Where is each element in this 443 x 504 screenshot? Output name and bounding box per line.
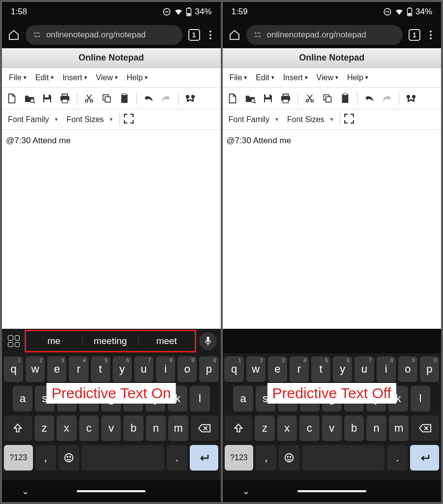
suggestion-3[interactable]: meet: [139, 336, 195, 346]
key-t[interactable]: t5: [91, 356, 110, 382]
mic-icon[interactable]: [199, 332, 217, 350]
key-b[interactable]: b: [123, 415, 143, 441]
key-a[interactable]: a: [233, 386, 253, 411]
url-bar[interactable]: onlinenotepad.org/notepad: [26, 25, 182, 45]
emoji-key[interactable]: [279, 445, 299, 471]
key-q[interactable]: q1: [224, 356, 243, 382]
key-p[interactable]: p0: [420, 356, 439, 382]
nav-handle[interactable]: [297, 490, 366, 492]
undo-icon[interactable]: [143, 93, 154, 104]
copy-icon[interactable]: [322, 93, 333, 104]
key-c[interactable]: c: [299, 415, 319, 441]
save-icon[interactable]: [41, 93, 53, 104]
menu-edit[interactable]: Edit▼: [253, 73, 278, 82]
key-b[interactable]: b: [344, 415, 364, 441]
menu-file[interactable]: File▼: [6, 73, 30, 82]
cut-icon[interactable]: [83, 93, 95, 104]
print-icon[interactable]: [59, 93, 71, 104]
key-o[interactable]: o9: [398, 356, 417, 382]
cut-icon[interactable]: [304, 93, 316, 104]
backspace-key[interactable]: [191, 415, 219, 441]
enter-key[interactable]: [190, 445, 219, 471]
key-x[interactable]: x: [277, 415, 297, 441]
paste-icon[interactable]: [339, 93, 351, 104]
enter-key[interactable]: [410, 445, 439, 471]
tab-switcher[interactable]: 1: [188, 29, 200, 41]
key-e[interactable]: e3: [268, 356, 287, 382]
tab-switcher[interactable]: 1: [409, 29, 420, 41]
key-m[interactable]: m: [389, 415, 409, 441]
key-o[interactable]: o9: [177, 356, 197, 382]
key-z[interactable]: z: [255, 415, 274, 441]
font-sizes-dropdown[interactable]: Font Sizes▼: [64, 115, 116, 124]
overflow-menu-icon[interactable]: [206, 31, 215, 39]
space-key[interactable]: [302, 445, 384, 471]
menu-help[interactable]: Help▼: [344, 73, 372, 82]
open-file-icon[interactable]: [244, 93, 256, 104]
comma-key[interactable]: ,: [35, 445, 56, 471]
new-file-icon[interactable]: [227, 93, 238, 104]
open-file-icon[interactable]: [24, 93, 35, 104]
period-key[interactable]: .: [387, 445, 408, 471]
key-y[interactable]: y6: [113, 356, 132, 382]
period-key[interactable]: .: [167, 445, 187, 471]
key-n[interactable]: n: [146, 415, 166, 441]
key-t[interactable]: t5: [311, 356, 330, 382]
redo-icon[interactable]: [160, 93, 172, 104]
key-r[interactable]: r4: [69, 356, 88, 382]
editor-content[interactable]: @7:30 Attend me: [223, 130, 442, 329]
fullscreen-icon[interactable]: [124, 114, 134, 126]
save-icon[interactable]: [262, 93, 274, 104]
shift-key[interactable]: [225, 415, 253, 441]
key-v[interactable]: v: [101, 415, 121, 441]
key-v[interactable]: v: [322, 415, 342, 441]
symbols-key[interactable]: ?123: [225, 445, 254, 471]
shift-key[interactable]: [4, 415, 32, 441]
backspace-key[interactable]: [411, 415, 439, 441]
comma-key[interactable]: ,: [256, 445, 276, 471]
editor-content[interactable]: @7:30 Attend me: [2, 130, 221, 329]
suggestion-1[interactable]: me: [26, 336, 83, 346]
symbols-key[interactable]: ?123: [4, 445, 33, 471]
key-l[interactable]: l: [190, 386, 209, 411]
key-p[interactable]: p0: [199, 356, 218, 382]
undo-icon[interactable]: [363, 93, 375, 104]
font-family-dropdown[interactable]: Font Family▼: [6, 115, 60, 124]
key-x[interactable]: x: [57, 415, 76, 441]
space-key[interactable]: [82, 445, 164, 471]
key-i[interactable]: i8: [377, 356, 396, 382]
copy-icon[interactable]: [101, 93, 113, 104]
menu-edit[interactable]: Edit▼: [32, 73, 58, 82]
home-icon[interactable]: [8, 29, 20, 41]
key-q[interactable]: q1: [4, 356, 23, 382]
nav-back-icon[interactable]: ⌄: [22, 486, 29, 497]
key-a[interactable]: a: [13, 386, 32, 411]
key-n[interactable]: n: [366, 415, 386, 441]
menu-view[interactable]: View▼: [93, 73, 121, 82]
key-y[interactable]: y6: [333, 356, 352, 382]
key-u[interactable]: u7: [354, 356, 374, 382]
key-l[interactable]: l: [411, 386, 430, 411]
font-sizes-dropdown[interactable]: Font Sizes▼: [285, 115, 336, 124]
key-z[interactable]: z: [34, 415, 54, 441]
menu-help[interactable]: Help▼: [123, 73, 151, 82]
overflow-menu-icon[interactable]: [426, 31, 435, 39]
key-i[interactable]: i8: [156, 356, 175, 382]
fullscreen-icon[interactable]: [344, 114, 354, 126]
redo-icon[interactable]: [381, 93, 393, 104]
print-icon[interactable]: [280, 93, 292, 104]
key-c[interactable]: c: [79, 415, 99, 441]
menu-view[interactable]: View▼: [314, 73, 342, 82]
paste-icon[interactable]: [118, 93, 130, 104]
suggestion-2[interactable]: meeting: [83, 336, 139, 346]
new-file-icon[interactable]: [6, 93, 18, 104]
key-w[interactable]: w2: [246, 356, 266, 382]
menu-insert[interactable]: Insert▼: [59, 73, 91, 82]
url-bar[interactable]: onlinenotepad.org/notepad: [246, 25, 403, 45]
emoji-key[interactable]: [59, 445, 79, 471]
nav-handle[interactable]: [77, 490, 146, 492]
home-icon[interactable]: [229, 29, 240, 41]
nav-back-icon[interactable]: ⌄: [242, 486, 250, 497]
keyboard-apps-icon[interactable]: [6, 333, 22, 349]
find-icon[interactable]: [184, 93, 196, 104]
